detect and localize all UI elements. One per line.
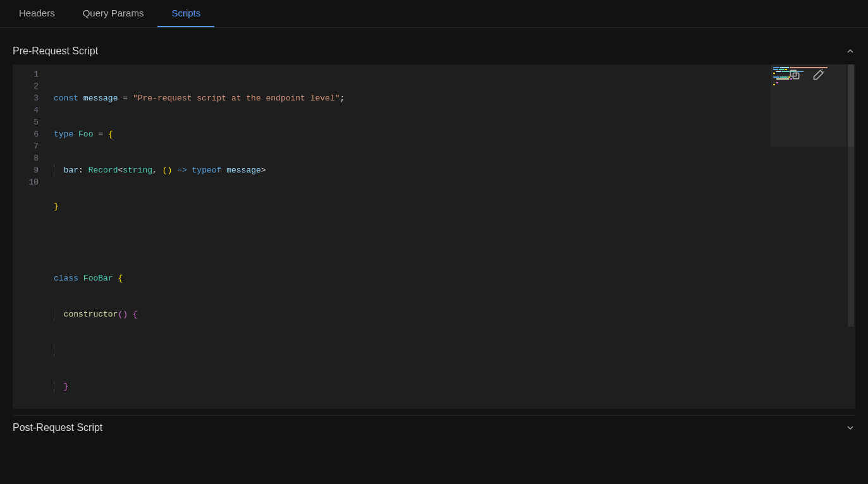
code-line: } <box>47 200 771 212</box>
tab-scripts[interactable]: Scripts <box>157 0 214 27</box>
post-request-header[interactable]: Post-Request Script <box>13 416 855 440</box>
line-number: 4 <box>16 104 39 116</box>
code-line <box>47 236 771 248</box>
tab-bar: Headers Query Params Scripts <box>0 0 868 28</box>
line-number: 5 <box>16 116 39 128</box>
line-number: 6 <box>16 128 39 140</box>
pre-request-title: Pre-Request Script <box>13 45 98 57</box>
vertical-scrollbar[interactable] <box>847 64 855 409</box>
code-line: } <box>47 380 771 392</box>
code-line: const message = "Pre-request script at t… <box>47 92 771 104</box>
scrollbar-track-segment <box>848 147 854 327</box>
line-number: 9 <box>16 164 39 176</box>
line-number: 7 <box>16 140 39 152</box>
line-number: 8 <box>16 152 39 164</box>
indent-guide <box>54 308 54 320</box>
post-request-section: Post-Request Script <box>13 415 855 440</box>
code-line: bar: Record<string, () => typeof message… <box>47 164 771 176</box>
line-number: 2 <box>16 80 39 92</box>
code-line: constructor() { <box>47 308 771 320</box>
line-number-gutter: 1 2 3 4 5 6 7 8 9 10 <box>13 64 47 409</box>
code-area[interactable]: const message = "Pre-request script at t… <box>47 64 771 409</box>
code-line: class FooBar { <box>47 272 771 284</box>
pre-request-section: Pre-Request Script 1 2 3 4 5 6 7 8 9 10 <box>13 39 855 409</box>
minimap[interactable] <box>771 64 847 409</box>
pre-request-header[interactable]: Pre-Request Script <box>13 39 855 63</box>
indent-guide <box>54 164 54 176</box>
scrollbar-thumb[interactable] <box>848 64 854 147</box>
indent-guide <box>54 344 54 356</box>
indent-guide <box>54 380 54 392</box>
tab-query-params[interactable]: Query Params <box>69 0 158 27</box>
line-number: 10 <box>16 176 39 188</box>
chevron-up-icon <box>845 46 855 56</box>
line-number: 3 <box>16 92 39 104</box>
code-line <box>47 344 771 356</box>
magic-wand-icon[interactable] <box>812 68 825 81</box>
chevron-down-icon <box>845 423 855 433</box>
line-number: 1 <box>16 68 39 80</box>
pre-request-editor-wrap: 1 2 3 4 5 6 7 8 9 10 const message = "Pr… <box>13 64 855 409</box>
tab-headers[interactable]: Headers <box>5 0 69 27</box>
code-editor[interactable]: 1 2 3 4 5 6 7 8 9 10 const message = "Pr… <box>13 64 855 409</box>
code-line: type Foo = { <box>47 128 771 140</box>
editor-toolbar <box>788 64 825 85</box>
post-request-title: Post-Request Script <box>13 422 102 433</box>
copy-icon[interactable] <box>788 68 801 81</box>
